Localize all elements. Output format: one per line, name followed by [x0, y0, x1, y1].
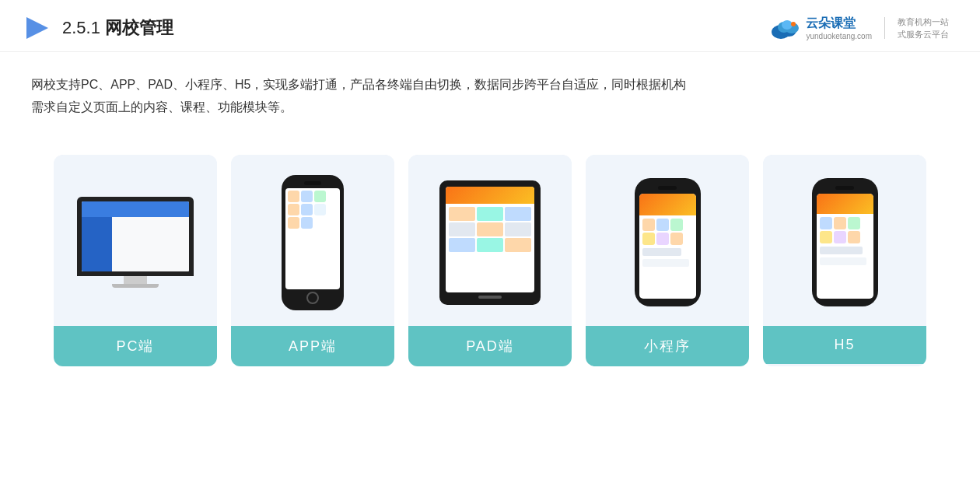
card-h5: H5 [763, 155, 926, 366]
svg-point-5 [782, 20, 793, 30]
logo-area: 云朵课堂 yunduoketang.com 教育机构一站 式服务云平台 [768, 15, 949, 41]
card-image-pc [54, 155, 217, 326]
description-line1: 网校支持PC、APP、PAD、小程序、H5，实现多端打通，产品各终端自由切换，数… [31, 74, 949, 96]
card-label-pc: PC端 [54, 326, 217, 366]
section-icon [23, 14, 51, 42]
card-pc: PC端 [54, 155, 217, 366]
description-line2: 需求自定义页面上的内容、课程、功能模块等。 [31, 96, 949, 119]
card-label-app: APP端 [231, 326, 394, 366]
device-h5-phone [812, 178, 878, 306]
card-image-app [231, 155, 394, 326]
header-left: 2.5.1 网校管理 [23, 14, 173, 42]
device-pad [439, 180, 541, 305]
card-image-miniapp [586, 155, 749, 326]
card-image-h5 [763, 155, 926, 326]
device-pc [77, 197, 194, 288]
svg-point-6 [791, 22, 796, 26]
cloud-logo-icon [768, 15, 803, 41]
logo-slogan: 教育机构一站 式服务云平台 [898, 16, 949, 41]
card-miniapp: 小程序 [586, 155, 749, 366]
page-title: 2.5.1 网校管理 [62, 16, 173, 40]
logo-cloud: 云朵课堂 yunduoketang.com [768, 15, 872, 41]
card-label-h5: H5 [763, 326, 926, 364]
device-miniapp-phone [635, 178, 701, 306]
platform-cards: PC端 [0, 139, 980, 382]
card-label-miniapp: 小程序 [586, 326, 749, 366]
card-pad: PAD端 [408, 155, 572, 366]
card-image-pad [408, 155, 572, 326]
logo-divider [884, 17, 885, 39]
svg-marker-0 [26, 17, 48, 39]
page-header: 2.5.1 网校管理 云朵课堂 yunduoketang.com [0, 0, 980, 52]
card-label-pad: PAD端 [408, 326, 572, 366]
device-app-phone [282, 175, 344, 310]
logo-text-block: 云朵课堂 yunduoketang.com [806, 16, 872, 40]
description-section: 网校支持PC、APP、PAD、小程序、H5，实现多端打通，产品各终端自由切换，数… [0, 52, 980, 131]
card-app: APP端 [231, 155, 394, 366]
